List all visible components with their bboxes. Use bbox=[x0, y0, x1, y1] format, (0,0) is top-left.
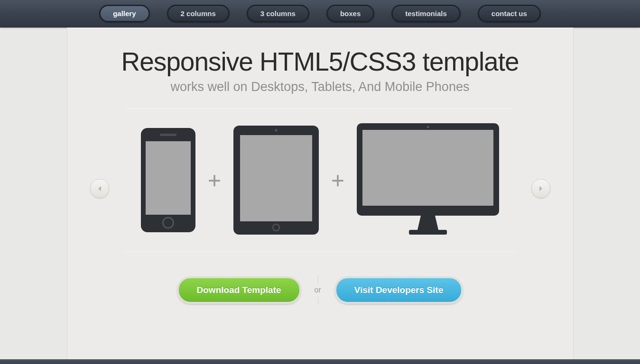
chevron-left-icon bbox=[96, 185, 103, 192]
svg-point-6 bbox=[275, 129, 278, 132]
svg-point-10 bbox=[427, 126, 429, 128]
device-row: + + bbox=[141, 123, 499, 237]
nav-contact-us[interactable]: contact us bbox=[478, 5, 541, 22]
nav-3-columns[interactable]: 3 columns bbox=[247, 5, 309, 22]
hero-title: Responsive HTML5/CSS3 template bbox=[67, 46, 573, 77]
main-content: Responsive HTML5/CSS3 template works wel… bbox=[67, 27, 574, 359]
desktop-icon bbox=[357, 123, 499, 237]
phone-icon bbox=[141, 128, 195, 232]
svg-rect-11 bbox=[409, 230, 447, 235]
nav-2-columns[interactable]: 2 columns bbox=[167, 5, 230, 22]
nav-boxes[interactable]: boxes bbox=[326, 5, 374, 22]
cta-row: Download Template or Visit Developers Si… bbox=[67, 276, 573, 304]
tablet-icon bbox=[233, 126, 319, 235]
device-gallery: + + bbox=[67, 123, 573, 237]
svg-rect-5 bbox=[240, 135, 312, 221]
nav-gallery[interactable]: gallery bbox=[99, 5, 149, 22]
carousel-next-button[interactable] bbox=[531, 179, 550, 198]
svg-rect-1 bbox=[146, 141, 191, 215]
svg-rect-9 bbox=[362, 130, 493, 206]
nav-testimonials[interactable]: testimonials bbox=[391, 5, 461, 22]
visit-developers-site-button[interactable]: Visit Developers Site bbox=[334, 276, 464, 304]
or-separator: or bbox=[315, 286, 321, 294]
divider bbox=[126, 109, 515, 109]
chevron-right-icon bbox=[538, 185, 544, 192]
hero-subtitle: works well on Desktops, Tablets, And Mob… bbox=[67, 80, 573, 94]
svg-rect-2 bbox=[160, 134, 176, 136]
plus-separator-2: + bbox=[331, 167, 344, 193]
footer-bar bbox=[0, 359, 640, 364]
plus-separator-1: + bbox=[208, 167, 221, 193]
divider-bottom bbox=[126, 251, 515, 252]
download-template-button[interactable]: Download Template bbox=[177, 276, 301, 304]
carousel-prev-button[interactable] bbox=[90, 179, 109, 198]
top-navigation: gallery 2 columns 3 columns boxes testim… bbox=[0, 0, 640, 27]
